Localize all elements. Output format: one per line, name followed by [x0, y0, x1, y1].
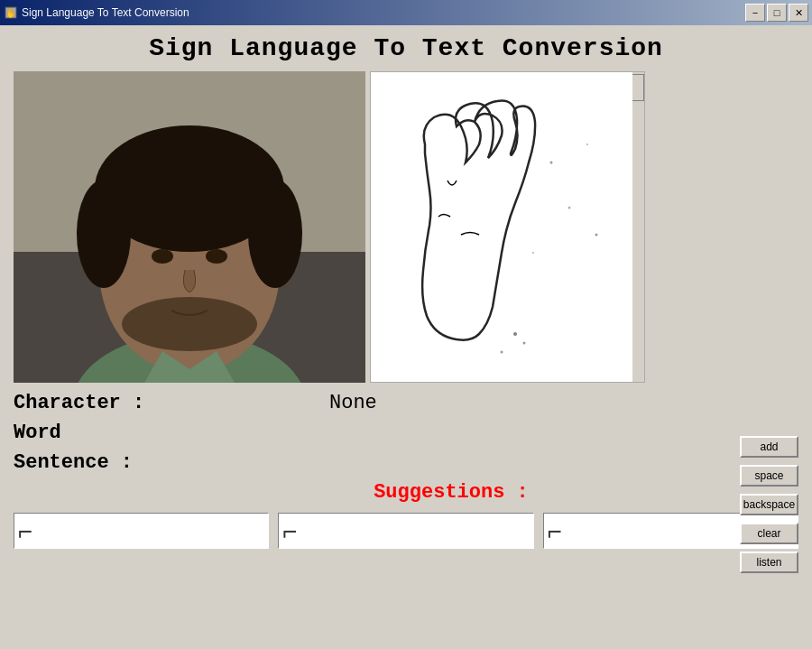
backspace-button[interactable]: backspace	[740, 494, 798, 515]
svg-point-10	[248, 180, 302, 288]
svg-point-12	[206, 249, 227, 264]
svg-point-15	[550, 162, 553, 164]
suggestions-boxes: ⌐ ⌐ ⌐	[14, 513, 798, 549]
main-content: Sign Language To Text Conversion	[0, 25, 812, 649]
svg-rect-14	[371, 72, 632, 383]
clear-button[interactable]: clear	[740, 523, 798, 544]
character-value: None	[329, 392, 377, 414]
sentence-row: Sentence :	[14, 451, 798, 474]
camera-section	[14, 71, 798, 383]
svg-text:✋: ✋	[5, 7, 17, 19]
app-icon: ✋	[4, 5, 18, 20]
processed-content	[371, 72, 631, 382]
suggestion-box-2[interactable]: ⌐	[278, 513, 533, 549]
suggestions-label: Suggestions :	[104, 481, 798, 504]
svg-point-13	[122, 297, 257, 351]
camera-feed-inner	[14, 71, 365, 383]
word-label: Word	[14, 422, 61, 444]
processed-scrollbar[interactable]	[631, 72, 644, 382]
camera-video	[14, 71, 365, 383]
maximize-button[interactable]: □	[767, 4, 787, 22]
character-label: Character :	[14, 392, 194, 414]
character-row: Character : None	[14, 392, 798, 414]
camera-feed	[14, 71, 365, 383]
hand-outline-svg	[371, 72, 632, 383]
svg-point-20	[513, 332, 517, 336]
svg-point-17	[532, 252, 534, 254]
title-bar-left: ✋ Sign Language To Text Conversion	[4, 5, 189, 20]
processed-feed	[370, 71, 645, 383]
info-section: Character : None Word Sentence : Suggest…	[14, 392, 798, 549]
bracket-3: ⌐	[548, 517, 562, 546]
svg-point-18	[586, 144, 588, 145]
word-row: Word	[14, 422, 798, 444]
title-bar: ✋ Sign Language To Text Conversion − □ ✕	[0, 0, 812, 25]
svg-point-11	[152, 249, 173, 264]
minimize-button[interactable]: −	[745, 4, 765, 22]
close-button[interactable]: ✕	[789, 4, 808, 22]
svg-point-21	[523, 342, 526, 345]
bracket-2: ⌐	[282, 517, 297, 546]
add-button[interactable]: add	[740, 436, 798, 458]
svg-point-9	[77, 180, 131, 288]
sentence-label: Sentence :	[14, 451, 133, 474]
svg-point-16	[568, 207, 571, 209]
title-bar-controls: − □ ✕	[745, 4, 808, 22]
app-title: Sign Language To Text Conversion	[14, 34, 798, 62]
buttons-panel: add space backspace clear listen	[740, 436, 798, 573]
svg-point-22	[501, 351, 503, 354]
suggestion-box-1[interactable]: ⌐	[14, 513, 269, 549]
title-bar-text: Sign Language To Text Conversion	[22, 6, 189, 19]
space-button[interactable]: space	[740, 465, 798, 487]
listen-button[interactable]: listen	[740, 552, 798, 573]
svg-point-19	[595, 234, 598, 236]
bracket-1: ⌐	[18, 517, 32, 546]
